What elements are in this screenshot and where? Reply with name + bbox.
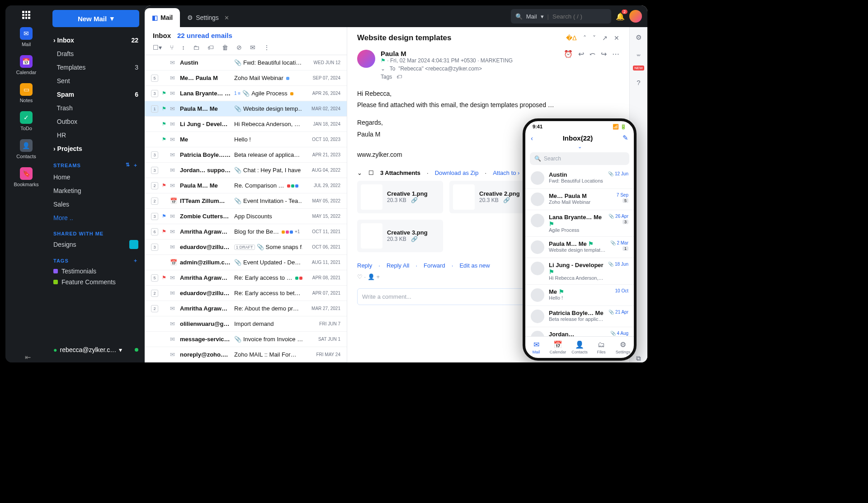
close-tab-icon[interactable]: ✕ xyxy=(224,14,229,21)
message-row[interactable]: 📅 admin@zillum.com 📎Event Updated - De… … xyxy=(145,255,347,270)
folder-trash[interactable]: Trash xyxy=(47,101,145,115)
message-row[interactable]: 3 ✉ Patricia Boyle… Me Beta release of a… xyxy=(145,147,347,163)
message-row[interactable]: ✉ Austin 📎Fwd: Beautiful locati… Wed Jun… xyxy=(145,55,347,71)
rail-bookmarks[interactable]: 🔖Bookmarks xyxy=(14,167,38,187)
gear-icon[interactable]: ⚙ xyxy=(636,33,642,42)
message-row[interactable]: 3 ⚑ ✉ Lana Bryante… Me 1 ≡📎Agile Process… xyxy=(145,86,347,101)
message-row[interactable]: 5 ✉ Me… Paula M Zoho Mail Webinar Sep 07… xyxy=(145,71,347,86)
tag-icon[interactable]: 🏷 xyxy=(208,44,214,51)
download-zip-link[interactable]: Download as Zip xyxy=(435,169,479,176)
folder-hr[interactable]: HR xyxy=(47,128,145,142)
reply-icon[interactable]: ↩ xyxy=(578,50,584,80)
spam-icon[interactable]: ⊘ xyxy=(236,44,242,51)
attachment-card[interactable]: Creative 1.png20.3 KB 🔗 xyxy=(357,181,443,213)
rail-mail[interactable]: ✉Mail xyxy=(20,27,33,47)
phone-message-row[interactable]: Paula M… Me ⚑Website design templates 📎 … xyxy=(525,237,634,258)
select-all-checkbox[interactable]: ☐▾ xyxy=(153,44,162,51)
phone-search[interactable]: 🔍Search xyxy=(530,152,629,165)
tag-item[interactable]: Testimonials xyxy=(47,266,145,277)
message-row[interactable]: 5 ⚑ ✉ Amritha Agrawal… … Re: Early acces… xyxy=(145,270,347,286)
delete-icon[interactable]: 🗑 xyxy=(222,44,228,51)
message-row[interactable]: 1 ⚑ ✉ Paula M… Me 📎Website design temp… … xyxy=(145,101,347,117)
message-row[interactable]: ✉ message-service@… 📎Invoice from Invoic… xyxy=(145,332,347,347)
account-switcher[interactable]: ●rebecca@zylker.c…▾ xyxy=(47,342,145,358)
phone-message-row[interactable]: Li Jung - Developer ⚑Hi Rebecca Anderson… xyxy=(525,258,634,285)
reply-all-icon[interactable]: ⤺ xyxy=(590,50,595,80)
notifications-icon[interactable]: 🔔2 xyxy=(616,12,625,21)
reply-link[interactable]: Reply xyxy=(357,262,372,269)
shared-item[interactable]: Designs xyxy=(47,238,145,251)
attachments-checkbox[interactable]: ☐ xyxy=(368,169,374,176)
rail-calendar[interactable]: 📅Calendar xyxy=(16,55,37,75)
reminder-icon[interactable]: ⏰ xyxy=(564,50,573,80)
edit-as-new-link[interactable]: Edit as new xyxy=(459,262,490,269)
rail-contacts[interactable]: 👤Contacts xyxy=(16,139,36,159)
message-row[interactable]: ✉ noreply@zoho.com Zoho MAIL :: Mail For… xyxy=(145,347,347,362)
message-row[interactable]: 2 ✉ Amritha Agrawal… … Re: About the dem… xyxy=(145,301,347,316)
stream-item[interactable]: Sales xyxy=(47,197,145,211)
folder-templates[interactable]: Templates3 xyxy=(47,61,145,74)
phone-message-row[interactable]: Me… Paula M Zoho Mail Webinar 7 Sep5 xyxy=(525,189,634,210)
more-icon[interactable]: ⋯ xyxy=(612,50,619,80)
phone-tab-settings[interactable]: ⚙Settings xyxy=(612,337,634,358)
rail-notes[interactable]: ▭Notes xyxy=(20,83,33,103)
add-person-icon[interactable]: + xyxy=(376,273,380,280)
tab-settings[interactable]: ⚙Settings✕ xyxy=(180,8,236,27)
sort-icon[interactable]: ↕ xyxy=(182,44,185,51)
phone-tab-files[interactable]: 🗂Files xyxy=(590,337,612,358)
profile-avatar[interactable] xyxy=(629,10,642,23)
help-icon[interactable]: ? xyxy=(637,79,640,86)
rail-todo[interactable]: ✓ToDo xyxy=(20,111,33,131)
phone-message-row[interactable]: Jordan… support@zylker Chat: Hey Pat 📎 4… xyxy=(525,327,634,336)
phone-message-row[interactable]: Me ⚑Hello ! 10 Oct xyxy=(525,285,634,306)
message-row[interactable]: 2 ⚑ ✉ Paula M… Me Re. Comparison … Jul 2… xyxy=(145,178,347,193)
folder-drafts[interactable]: Drafts xyxy=(47,47,145,61)
collapse-sidebar-icon[interactable]: ⇤ xyxy=(22,352,33,362)
message-row[interactable]: 2 ✉ eduardov@zillum.c… Re: Early access … xyxy=(145,286,347,301)
phone-message-row[interactable]: Patricia Boyle… Me Beta release for appl… xyxy=(525,306,634,327)
new-mail-button[interactable]: New Mail▾ xyxy=(52,10,139,27)
folder-projects[interactable]: › Projects xyxy=(47,142,145,155)
stream-item[interactable]: More .. xyxy=(47,211,145,225)
message-row[interactable]: ⚑ ✉ Me Hello ! Oct 10, 2023 xyxy=(145,132,347,147)
collapse-up-icon[interactable]: ˄ xyxy=(583,34,586,42)
folder-sent[interactable]: Sent xyxy=(47,74,145,88)
attach-to-link[interactable]: Attach to › xyxy=(493,169,519,176)
sort-icon[interactable]: ⇅ xyxy=(126,162,130,169)
invitee-icon[interactable]: 👤 xyxy=(368,273,375,280)
add-tag-icon[interactable]: ＋ xyxy=(133,257,138,264)
global-search[interactable]: 🔍 Mail▾ | xyxy=(511,9,611,24)
like-icon[interactable]: ♡ xyxy=(357,273,363,280)
close-reader-icon[interactable]: ✕ xyxy=(614,34,619,42)
chevron-down-icon[interactable]: ▾ xyxy=(541,13,544,20)
phone-message-row[interactable]: Austin Fwd: Beautiful Locations 📎 12 Jun xyxy=(525,168,634,189)
conversation-icon[interactable]: �ⵠ xyxy=(566,34,577,42)
stream-item[interactable]: Marketing xyxy=(47,184,145,197)
message-row[interactable]: 3 ✉ eduardov@zillum.c… 1 DRAFT📎Some snap… xyxy=(145,240,347,255)
stream-item[interactable]: Home xyxy=(47,170,145,184)
message-row[interactable]: 3 ⚑ ✉ Zombie Cutters… le… App Discounts … xyxy=(145,209,347,224)
share-icon[interactable]: ⧉ xyxy=(636,354,641,362)
phone-tab-contacts[interactable]: 👤Contacts xyxy=(569,337,590,358)
folder-inbox[interactable]: › Inbox22 xyxy=(47,33,145,47)
message-row[interactable]: ✉ olilienwuaru@gmai… Import demand Fri J… xyxy=(145,316,347,332)
message-row[interactable]: 3 ✉ Jordan… support@z… 📎Chat : Hey Pat, … xyxy=(145,163,347,178)
folder-outbox[interactable]: Outbox xyxy=(47,115,145,128)
forward-icon[interactable]: ↪ xyxy=(601,50,607,80)
message-row[interactable]: ⚑ ✉ Li Jung - Developer Hi Rebecca Ander… xyxy=(145,117,347,132)
filter-icon[interactable]: ⑂ xyxy=(170,44,174,51)
widget-icon[interactable]: ⩊ xyxy=(637,50,641,57)
apps-launcher-icon[interactable] xyxy=(22,11,30,19)
attachment-card[interactable]: Creative 3.png20.3 KB 🔗 xyxy=(357,220,443,252)
add-stream-icon[interactable]: ＋ xyxy=(133,162,138,169)
phone-tab-calendar[interactable]: 📅Calendar xyxy=(547,337,569,358)
unread-filter[interactable]: 22 unread emails xyxy=(177,32,232,39)
tab-mail[interactable]: ◧Mail xyxy=(145,8,180,27)
forward-link[interactable]: Forward xyxy=(424,262,445,269)
message-row[interactable]: 2 📅 ITTeam Zillum… Me 📎Event Invitation … xyxy=(145,193,347,209)
phone-message-row[interactable]: Lana Bryante… Me ⚑Agile Process 📎 26 Apr… xyxy=(525,210,634,237)
more-icon[interactable]: ⋮ xyxy=(264,44,270,51)
archive-icon[interactable]: 🗀 xyxy=(193,44,199,51)
tag-item[interactable]: Feature Comments xyxy=(47,277,145,287)
message-row[interactable]: 6 ⚑ ✉ Amritha Agrawal… … Blog for the Be… xyxy=(145,224,347,240)
